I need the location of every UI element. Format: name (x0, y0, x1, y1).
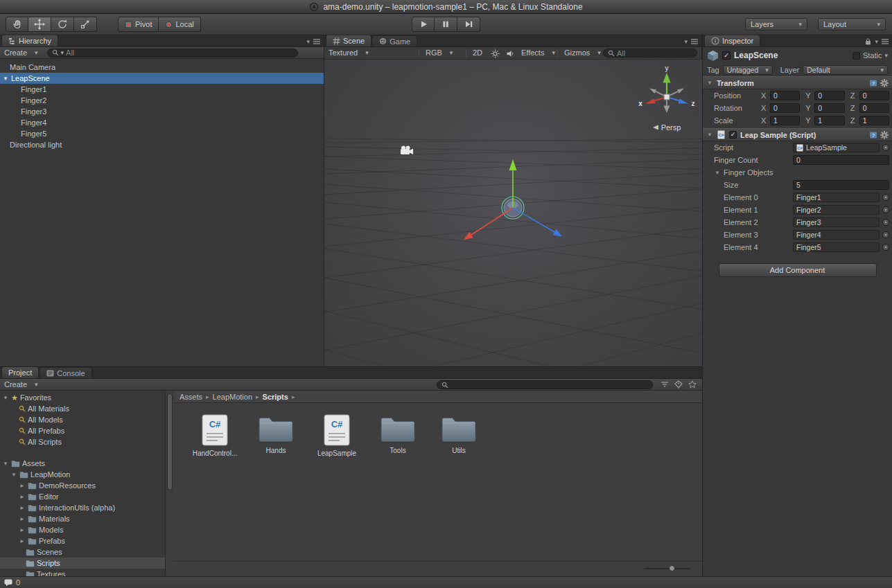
element-3-object-field[interactable]: Finger4 (793, 230, 880, 240)
project-tree-scrollbar[interactable] (165, 391, 174, 576)
local-toggle-button[interactable]: Local (159, 17, 200, 32)
tree-folder-models[interactable]: ►Models (0, 524, 165, 535)
object-picker-icon[interactable] (882, 206, 889, 213)
object-picker-icon[interactable] (882, 231, 889, 238)
scale-z-field[interactable]: 1 (859, 116, 889, 125)
project-create-button[interactable]: Create ▾ (4, 380, 38, 389)
layout-dropdown[interactable]: Layout ▾ (818, 18, 886, 30)
hierarchy-item-directional-light[interactable]: Directional light (0, 139, 324, 150)
slider-thumb[interactable] (669, 565, 675, 571)
position-z-field[interactable]: 0 (859, 91, 889, 100)
rotation-y-field[interactable]: 0 (814, 103, 844, 113)
hierarchy-item-leapscene[interactable]: ▼LeapScene (0, 73, 324, 84)
hierarchy-item-finger2[interactable]: Finger2 (0, 95, 324, 106)
help-book-icon[interactable]: ? (869, 131, 877, 139)
tab-game[interactable]: Game (372, 35, 417, 46)
position-y-field[interactable]: 0 (814, 91, 844, 100)
hierarchy-search-input[interactable]: ▾ All (47, 48, 298, 57)
static-control[interactable]: Static ▾ (852, 51, 888, 60)
step-button[interactable] (457, 17, 480, 32)
size-field[interactable]: 5 (793, 180, 889, 190)
static-checkbox[interactable] (852, 52, 860, 60)
tree-folder-scenes[interactable]: Scenes (0, 546, 165, 558)
hierarchy-item-finger1[interactable]: Finger1 (0, 84, 324, 95)
object-picker-icon[interactable] (882, 244, 889, 251)
scale-tool-button[interactable] (74, 17, 97, 32)
script-object-field[interactable]: C# LeapSample (793, 143, 880, 152)
gear-icon[interactable] (880, 79, 889, 87)
foldout-closed-icon[interactable]: ► (19, 527, 26, 533)
rotation-x-field[interactable]: 0 (770, 103, 800, 113)
object-picker-icon[interactable] (882, 219, 889, 226)
filter-by-type-icon[interactable] (661, 380, 669, 389)
leap-sample-component-header[interactable]: ▼ C# ✓ Leap Sample (Script) ? (703, 128, 892, 141)
foldout-closed-icon[interactable]: ► (19, 505, 26, 511)
gear-icon[interactable] (880, 131, 889, 139)
scene-orientation-gizmo[interactable]: y x z (638, 65, 696, 123)
tag-dropdown[interactable]: Untagged▾ (723, 65, 773, 75)
hierarchy-item-finger3[interactable]: Finger3 (0, 106, 324, 117)
active-checkbox[interactable]: ✓ (722, 51, 731, 60)
breadcrumb-leapmotion[interactable]: LeapMotion (213, 393, 253, 401)
tree-folder-textures[interactable]: Textures (0, 569, 165, 576)
foldout-open-icon[interactable]: ▼ (2, 75, 9, 82)
pivot-toggle-button[interactable]: Pivot (118, 17, 159, 32)
hierarchy-item-finger5[interactable]: Finger5 (0, 128, 324, 139)
object-picker-icon[interactable] (882, 144, 889, 151)
2d-toggle[interactable]: 2D (473, 48, 482, 57)
tab-scene[interactable]: Scene (326, 35, 371, 46)
asset-item-handcontrol[interactable]: C# HandControl... (192, 414, 238, 457)
foldout-open-icon[interactable]: ▼ (10, 472, 17, 478)
component-enabled-checkbox[interactable]: ✓ (729, 131, 737, 139)
tab-inspector[interactable]: Inspector (704, 35, 760, 46)
element-0-object-field[interactable]: Finger1 (793, 193, 880, 202)
foldout-open-icon[interactable]: ▼ (2, 461, 9, 467)
foldout-closed-icon[interactable]: ► (19, 538, 26, 544)
tab-hierarchy[interactable]: Hierarchy (1, 35, 58, 46)
z-axis-arrow[interactable] (513, 208, 554, 232)
tab-project[interactable]: Project (1, 366, 39, 378)
favorites-filter-star-icon[interactable] (688, 380, 697, 389)
finger-objects-foldout[interactable]: ▼ Finger Objects (703, 166, 892, 179)
tab-console[interactable]: Console (40, 367, 91, 378)
inspector-panel-menu[interactable]: ▾ (865, 38, 889, 45)
layer-dropdown[interactable]: Default▾ (803, 65, 888, 75)
asset-item-utils[interactable]: Utils (436, 414, 482, 457)
gizmos-dropdown[interactable]: Gizmos▾ (564, 48, 601, 57)
element-1-object-field[interactable]: Finger2 (793, 205, 880, 215)
layers-dropdown[interactable]: Layers ▾ (745, 18, 807, 30)
position-x-field[interactable]: 0 (770, 91, 800, 100)
finger-count-field[interactable]: 0 (793, 155, 889, 165)
assets-root-node[interactable]: ▼ Assets (0, 458, 165, 469)
favorite-all-materials[interactable]: All Materials (0, 403, 165, 414)
shading-mode-dropdown[interactable]: Textured▾ (329, 48, 369, 57)
breadcrumb-scripts[interactable]: Scripts (263, 393, 288, 401)
favorite-all-prefabs[interactable]: All Prefabs (0, 425, 165, 436)
foldout-closed-icon[interactable]: ► (19, 494, 26, 500)
scene-search-input[interactable]: All (603, 48, 697, 57)
favorite-all-models[interactable]: All Models (0, 414, 165, 425)
help-book-icon[interactable]: ? (869, 79, 877, 87)
transform-component-header[interactable]: ▼ Transform ? (703, 76, 892, 89)
add-component-button[interactable]: Add Component (719, 263, 877, 277)
foldout-closed-icon[interactable]: ► (19, 483, 26, 489)
icon-size-slider[interactable] (644, 568, 690, 569)
projection-mode-label[interactable]: Persp (638, 123, 696, 132)
tree-folder-prefabs[interactable]: ►Prefabs (0, 535, 165, 546)
scale-x-field[interactable]: 1 (770, 116, 800, 125)
effects-dropdown[interactable]: Effects▾ (521, 48, 555, 57)
hierarchy-item-main-camera[interactable]: Main Camera (0, 62, 324, 73)
asset-item-hands[interactable]: Hands (253, 414, 299, 457)
tree-folder-interactionutils[interactable]: ►InteractionUtils (alpha) (0, 502, 165, 513)
tree-folder-materials[interactable]: ►Materials (0, 513, 165, 524)
scale-y-field[interactable]: 1 (814, 116, 844, 125)
scene-viewport[interactable]: y x z Persp (324, 60, 702, 366)
project-search-input[interactable] (437, 380, 653, 389)
console-message-icon[interactable] (4, 579, 12, 587)
rotate-tool-button[interactable] (51, 17, 74, 32)
gameobject-name[interactable]: LeapScene (734, 51, 778, 60)
rotation-z-field[interactable]: 0 (859, 103, 889, 113)
scene-panel-menu[interactable]: ▾ (684, 38, 698, 45)
x-axis-arrow[interactable] (471, 208, 513, 235)
hierarchy-create-button[interactable]: Create ▾ (4, 48, 38, 57)
